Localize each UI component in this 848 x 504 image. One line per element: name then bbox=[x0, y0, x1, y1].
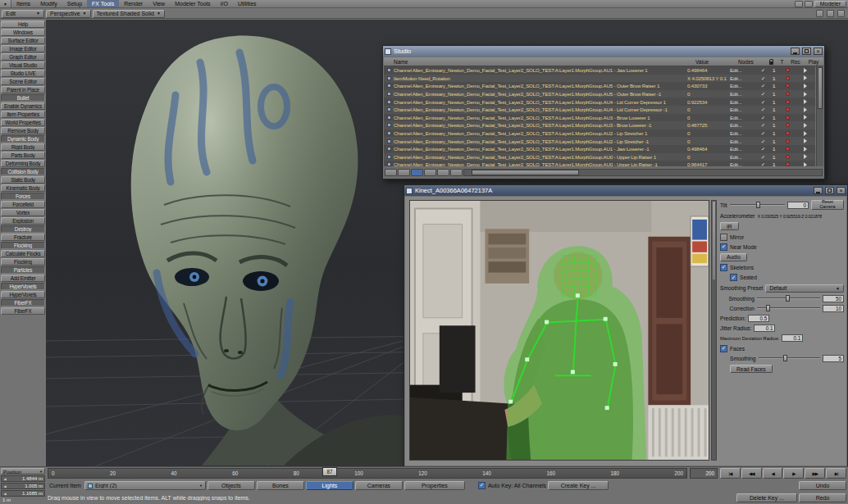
footer-button[interactable] bbox=[437, 169, 449, 176]
vertical-scrollbar[interactable] bbox=[816, 66, 823, 166]
enable-checkmark[interactable]: ✓ bbox=[758, 115, 768, 120]
enable-checkmark[interactable]: ✓ bbox=[758, 83, 768, 89]
skeletons-checkbox[interactable]: ✓ bbox=[720, 264, 727, 271]
menu-config-dropdown[interactable]: ▼ bbox=[0, 0, 11, 7]
record-button[interactable] bbox=[779, 155, 796, 159]
play-button[interactable] bbox=[796, 138, 815, 143]
column-name[interactable]: Name bbox=[394, 59, 695, 65]
sidebar-item[interactable]: Enable Dynamics bbox=[1, 102, 45, 110]
sidebar-item[interactable]: Parts Body bbox=[1, 152, 45, 159]
play-button[interactable] bbox=[796, 123, 815, 128]
nodes-edit-button[interactable]: Edit... bbox=[730, 122, 758, 128]
z-position-field[interactable]: ◀ 1.1685 m bbox=[1, 490, 45, 497]
scrollbar-thumb[interactable] bbox=[713, 202, 715, 279]
channel-value[interactable]: 0 bbox=[687, 91, 730, 97]
horizontal-scrollbar[interactable] bbox=[463, 169, 823, 176]
channel-value[interactable]: X 4.0250813 Y 0.1 bbox=[687, 75, 730, 81]
sidebar-item[interactable]: Windows bbox=[1, 29, 45, 36]
tilt-slider[interactable] bbox=[730, 202, 785, 208]
footer-button[interactable] bbox=[385, 169, 397, 176]
reset-camera-button[interactable]: Reset Camera bbox=[811, 200, 844, 210]
table-row[interactable]: Channel Alien_Emissary_Newton_Demo_Facia… bbox=[384, 90, 815, 98]
menu-item[interactable]: Items bbox=[11, 0, 35, 7]
table-row[interactable]: Channel Alien_Emissary_Newton_Demo_Facia… bbox=[384, 82, 815, 90]
near-mode-checkbox[interactable]: ✓ bbox=[720, 243, 727, 251]
redo-button[interactable]: Redo bbox=[799, 493, 846, 502]
table-row[interactable]: Channel Alien_Emissary_Newton_Demo_Facia… bbox=[384, 153, 815, 161]
play-button[interactable] bbox=[796, 75, 815, 80]
channel-value[interactable]: 0.964417 bbox=[687, 161, 730, 166]
enable-checkmark[interactable]: ✓ bbox=[758, 67, 768, 73]
undo-button[interactable]: Undo bbox=[799, 481, 846, 490]
nodes-edit-button[interactable]: Edit... bbox=[730, 146, 758, 152]
channel-value[interactable]: 0.922534 bbox=[687, 99, 730, 105]
seated-checkbox[interactable]: ✓ bbox=[730, 274, 737, 281]
nodes-edit-button[interactable]: Edit... bbox=[730, 67, 758, 73]
read-faces-button[interactable]: Read Faces bbox=[730, 365, 773, 373]
transport-button[interactable]: ◀◀ bbox=[741, 468, 762, 479]
smoothing-preset-dropdown[interactable]: Default ▼ bbox=[765, 284, 844, 293]
sidebar-item[interactable]: Kinematic Body bbox=[1, 184, 45, 192]
delete-key-button[interactable]: Delete Key ... bbox=[736, 493, 797, 502]
face-smoothing-slider[interactable] bbox=[759, 355, 820, 361]
tilt-value[interactable]: 0 bbox=[787, 202, 809, 209]
transport-button[interactable]: ◀ bbox=[763, 468, 783, 479]
z-position-stepper[interactable]: ◀ bbox=[2, 492, 8, 496]
menu-item[interactable]: FX Tools bbox=[87, 0, 119, 7]
nodes-edit-button[interactable]: Edit... bbox=[730, 138, 758, 144]
footer-button[interactable] bbox=[411, 169, 423, 176]
enable-checkmark[interactable]: ✓ bbox=[758, 107, 768, 112]
record-button[interactable] bbox=[779, 131, 796, 135]
footer-button[interactable] bbox=[450, 169, 463, 176]
table-row[interactable]: Channel Alien_Emissary_Newton_Demo_Facia… bbox=[384, 145, 815, 153]
channel-value[interactable]: 0 bbox=[687, 154, 730, 160]
sidebar-item[interactable]: Help bbox=[1, 20, 45, 28]
x-position-stepper[interactable]: ◀ bbox=[2, 477, 8, 481]
nodes-edit-button[interactable]: Edit... bbox=[730, 130, 758, 136]
channel-value[interactable]: 0 bbox=[687, 130, 730, 136]
sidebar-item[interactable]: Visual Studio bbox=[1, 61, 45, 69]
view-type-dropdown[interactable]: Perspective ▼ bbox=[46, 10, 91, 18]
play-button[interactable] bbox=[796, 107, 815, 112]
column-rec[interactable]: Rec bbox=[787, 59, 804, 65]
y-position-field[interactable]: ◀ 1.005 m bbox=[1, 483, 45, 489]
play-button[interactable] bbox=[796, 92, 815, 97]
smoothing-slider[interactable] bbox=[757, 295, 820, 302]
channel-value[interactable]: 0.498464 bbox=[687, 146, 730, 152]
y-position-stepper[interactable]: ◀ bbox=[2, 484, 8, 488]
enable-checkmark[interactable]: ✓ bbox=[758, 91, 768, 97]
column-t[interactable]: T bbox=[777, 59, 787, 65]
close-button[interactable]: × bbox=[837, 187, 846, 194]
viewport-zoom-icon[interactable] bbox=[837, 10, 845, 17]
play-button[interactable] bbox=[796, 162, 815, 166]
sidebar-item[interactable]: Explosion bbox=[1, 217, 45, 225]
properties-button[interactable]: Properties bbox=[404, 481, 465, 490]
sidebar-item[interactable]: Parent in Place bbox=[1, 86, 45, 93]
maximize-button[interactable] bbox=[802, 48, 811, 55]
sidebar-item[interactable]: Forcefield bbox=[1, 201, 45, 208]
menu-item[interactable]: Render bbox=[119, 0, 148, 7]
play-button[interactable] bbox=[796, 99, 815, 104]
table-row[interactable]: Channel Alien_Emissary_Newton_Demo_Facia… bbox=[384, 137, 815, 145]
table-row[interactable]: Channel Alien_Emissary_Newton_Demo_Facia… bbox=[384, 66, 815, 75]
channel-value[interactable]: 0 bbox=[687, 115, 730, 120]
smoothing-value[interactable]: 50 bbox=[823, 295, 844, 302]
enable-checkmark[interactable]: ✓ bbox=[758, 154, 768, 160]
play-button[interactable] bbox=[796, 84, 815, 89]
table-row[interactable]: Channel Alien_Emissary_Newton_Demo_Facia… bbox=[384, 106, 815, 114]
create-key-button[interactable]: Create Key ... bbox=[548, 481, 609, 490]
transport-button[interactable]: |◀ bbox=[720, 468, 741, 479]
record-button[interactable] bbox=[779, 76, 796, 80]
enable-checkmark[interactable]: ✓ bbox=[758, 99, 768, 105]
nodes-edit-button[interactable]: Edit... bbox=[730, 107, 758, 112]
kinect-video-feed[interactable] bbox=[409, 200, 709, 461]
video-scrollbar[interactable] bbox=[711, 200, 717, 461]
sidebar-item[interactable]: Fracture bbox=[1, 234, 45, 241]
prediction-value[interactable]: 0.5 bbox=[748, 315, 769, 322]
screen-layout-icon[interactable] bbox=[795, 1, 803, 7]
menu-item[interactable]: View bbox=[148, 0, 170, 7]
sidebar-item[interactable]: Graph Editor bbox=[1, 53, 45, 61]
audio-button[interactable]: Audio bbox=[720, 253, 747, 261]
faces-checkbox[interactable]: ✓ bbox=[720, 345, 727, 352]
nodes-edit-button[interactable]: Edit... bbox=[730, 99, 758, 105]
